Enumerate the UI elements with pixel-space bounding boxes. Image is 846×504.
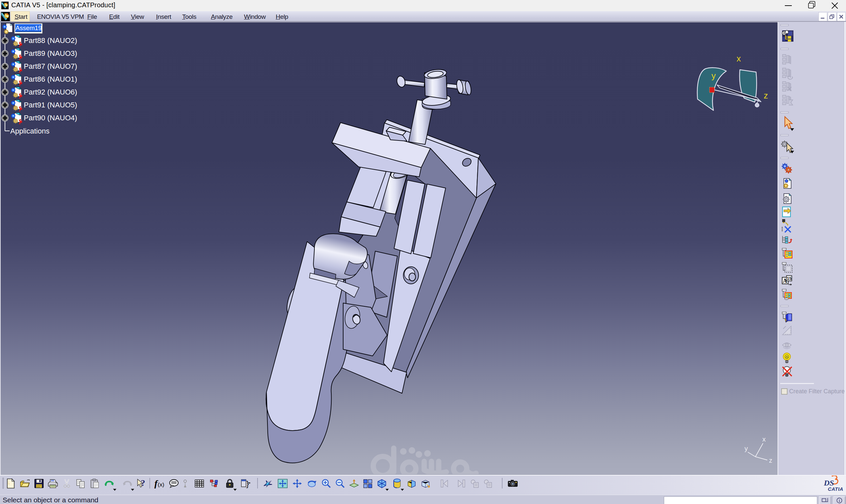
svg-text:(x): (x) — [158, 482, 164, 488]
svg-text:x: x — [762, 436, 766, 443]
svg-text:CATIA: CATIA — [828, 486, 843, 492]
svg-text:x: x — [737, 54, 741, 64]
svg-text:15: 15 — [787, 276, 791, 281]
svg-text:z: z — [769, 457, 772, 464]
svg-text:?: ? — [141, 478, 145, 488]
svg-text:z: z — [764, 91, 768, 101]
svg-text:}: } — [246, 479, 249, 488]
svg-text:y: y — [744, 445, 748, 452]
svg-text:Create Filter Capture: Create Filter Capture — [789, 388, 845, 395]
svg-text:n: n — [786, 354, 788, 359]
svg-text:y: y — [712, 71, 716, 80]
